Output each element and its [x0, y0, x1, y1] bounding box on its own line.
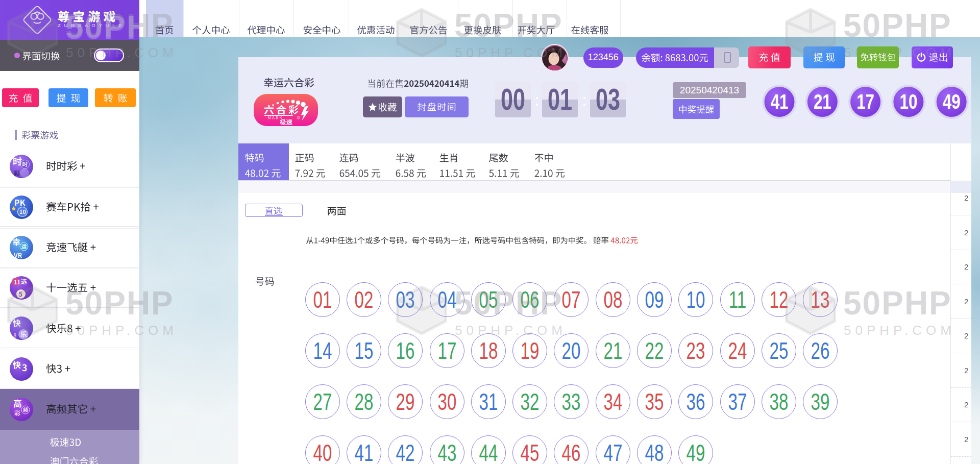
svg-text:41: 41 — [771, 90, 789, 113]
svg-text:10: 10 — [900, 90, 918, 113]
svg-text:17: 17 — [856, 90, 874, 113]
svg-text:21: 21 — [814, 90, 831, 113]
svg-text:49: 49 — [943, 90, 961, 113]
